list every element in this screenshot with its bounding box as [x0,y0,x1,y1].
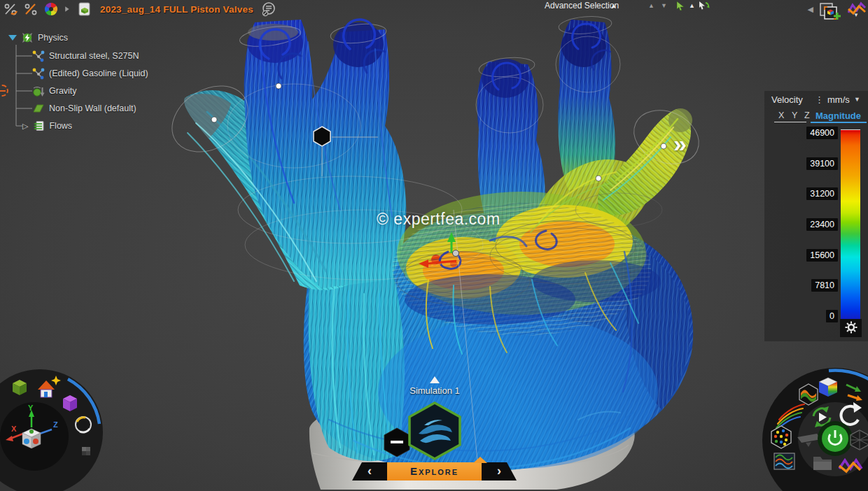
explore-notch [473,457,487,463]
document-title: 2023_aug_14 FULL Piston Valves [100,4,253,15]
contour-image-button[interactable] [774,453,794,469]
gravity-icon [32,85,45,97]
pan-button[interactable] [82,447,90,455]
prev-arrow-icon: ‹ [368,464,372,478]
view-ring-widget: Y X Z [0,367,105,491]
legend-title: Velocity [771,94,803,105]
probe-hexagon-marker[interactable] [314,127,330,146]
tree-node-wall[interactable]: Non-Slip Wall (default) [32,101,136,115]
wall-icon [32,102,45,115]
tab-magnitude[interactable]: Magnitude [816,111,861,121]
tree-label: Non-Slip Wall (default) [49,104,136,113]
gear-icon [844,320,858,334]
tab-z[interactable]: Z [804,111,810,120]
surface-plot-button[interactable] [799,384,818,405]
collapse-panel-icon[interactable]: ◀ [808,1,813,17]
results-charts-control[interactable]: ▼ [847,1,867,18]
tab-y[interactable]: Y [792,111,797,120]
capture-view-icon[interactable] [819,1,841,21]
legend-settings-button[interactable] [840,319,862,337]
next-arrow-icon: › [497,464,501,478]
tree-label: (Edited) Gasoline (Liquid) [49,69,148,78]
top-toolbar: 2023_aug_14 FULL Piston Valves [0,0,276,18]
expand-triangle-icon[interactable]: ▷ [22,122,28,131]
physics-icon [21,31,34,44]
axis-x-label: X [11,425,17,433]
tree-node-flows[interactable]: ▷ Flows [22,119,72,133]
simulation-label: Simulation 1 [382,385,488,396]
menu-dots-icon[interactable]: ⋮ [815,94,824,105]
flows-icon [32,120,45,132]
select-up-icon[interactable]: ▲ [689,2,695,9]
play-expand-icon[interactable] [64,1,72,17]
top-right-controls: ◀ ▼ [808,1,867,21]
orbit-button[interactable] [76,417,91,432]
material-icon [32,67,45,80]
colorbar[interactable] [841,129,860,322]
history-icon[interactable] [261,1,276,17]
scroll-up-icon[interactable]: ▲ [648,2,654,9]
colorbar-tick-label: 7810 [811,279,838,292]
stage-marker-icon [430,376,440,383]
selection-dropdown-icon[interactable]: ▲ [610,2,617,9]
active-tab-underline [811,122,867,123]
colorbar-tick-label: 23400 [806,218,838,231]
results-ring-widget [760,364,868,491]
charts-dropdown-icon: ▼ [853,12,859,18]
colorbar-tick-label: 0 [826,310,838,322]
color-wheel-icon[interactable] [43,1,59,17]
stage-hexagons [378,397,497,462]
tree-label: Gravity [49,86,77,96]
tree-label: Structural steel, S275N [49,51,139,61]
tree-node-physics[interactable]: Physics [8,31,68,45]
legend-panel: Velocity ⋮ mm/s ▼ X Y Z Magnitude 46900 … [764,91,868,341]
watermark: © expertfea.com [377,210,500,229]
expand-chevrons-icon[interactable]: » [673,130,687,157]
advanced-selection-dropdown[interactable]: Advanced Selection [545,1,619,10]
select-refresh-icon[interactable] [698,1,710,10]
document-icon[interactable] [77,1,92,17]
axis-z-label: Z [53,420,58,429]
axis-y-label: Y [28,404,34,412]
percent-edit-icon[interactable] [3,1,18,17]
colorbar-tick-label: 31200 [806,187,838,200]
power-button[interactable] [818,421,853,456]
colorbar-tick-label: 46900 [806,127,838,139]
tree-label: Physics [38,33,68,43]
unit-selector[interactable]: mm/s [827,94,850,105]
tree-node-gravity[interactable]: Gravity [32,84,77,98]
tree-node-material-gasoline[interactable]: (Edited) Gasoline (Liquid) [32,66,148,80]
colorbar-tick-label: 15600 [806,249,838,262]
minus-icon [391,441,403,443]
tab-x[interactable]: X [778,111,784,120]
unit-dropdown-icon[interactable]: ▼ [854,96,860,103]
percent-icon[interactable] [23,1,38,17]
tabs-underline [774,122,806,122]
tree-node-material-steel[interactable]: Structural steel, S275N [32,49,139,63]
tree-label: Flows [49,121,72,131]
select-mode-icon[interactable] [676,1,686,10]
simulation-stage-button[interactable] [410,403,460,459]
material-icon [32,50,45,62]
collapse-triangle-icon[interactable] [8,35,17,41]
explore-stage-banner[interactable]: Explore [387,462,482,481]
app-window: 2023_aug_14 FULL Piston Valves ◀ ▼ [0,0,868,491]
colorbar-tick-label: 39100 [806,157,838,170]
scroll-down-icon[interactable]: ▼ [661,2,667,9]
remove-stage-button[interactable] [384,428,410,457]
